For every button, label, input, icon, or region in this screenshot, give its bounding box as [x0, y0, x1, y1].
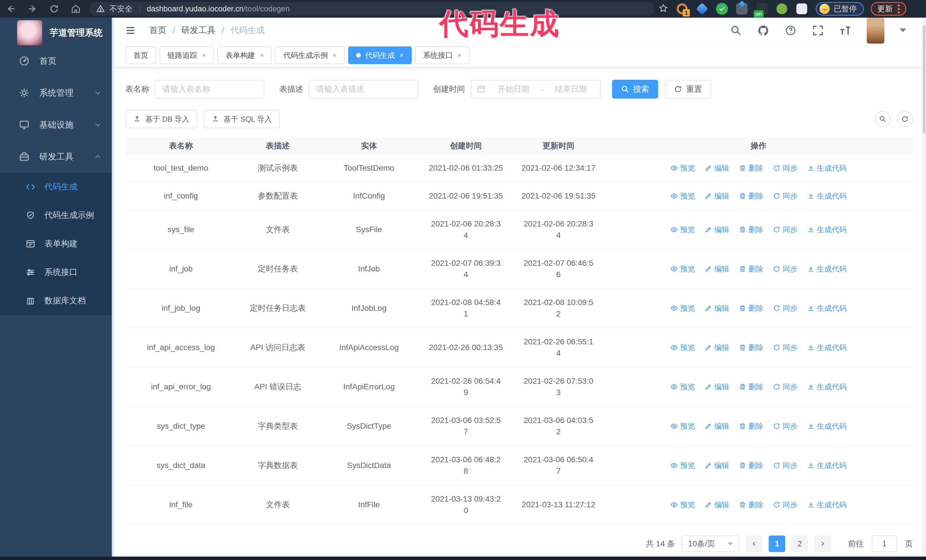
- sync-link[interactable]: 同步: [773, 342, 797, 353]
- search-button[interactable]: 搜索: [612, 80, 658, 98]
- tab[interactable]: 代码生成 ×: [348, 47, 412, 64]
- tab[interactable]: 链路追踪 ×: [160, 47, 214, 64]
- preview-link[interactable]: 预览: [670, 460, 695, 471]
- submenu-item-db-doc[interactable]: 数据库文档: [0, 287, 112, 315]
- chevron-down-icon[interactable]: [900, 29, 906, 32]
- submenu-item-codegen-example[interactable]: 代码生成示例: [0, 201, 112, 229]
- browser-menu-icon[interactable]: [898, 5, 900, 14]
- page-size-select[interactable]: 10条/页: [681, 536, 740, 552]
- sidebar-item-system[interactable]: 系统管理: [0, 77, 112, 109]
- delete-link[interactable]: 删除: [739, 499, 763, 510]
- table-desc-input[interactable]: [309, 80, 418, 98]
- tab-close-icon[interactable]: ×: [260, 51, 264, 59]
- breadcrumb-devtools[interactable]: 研发工具: [181, 24, 215, 36]
- sync-link[interactable]: 同步: [773, 420, 797, 432]
- edit-link[interactable]: 编辑: [705, 224, 729, 235]
- page-number-button[interactable]: 1: [769, 536, 785, 552]
- edit-link[interactable]: 编辑: [705, 460, 729, 471]
- generate-code-link[interactable]: 生成代码: [807, 263, 846, 275]
- extension-puzzle-icon[interactable]: [795, 2, 808, 15]
- address-bar[interactable]: 不安全 dashboard.yudao.iocoder.cn/tool/code…: [89, 2, 654, 16]
- extension-gem-icon[interactable]: [696, 2, 709, 15]
- generate-code-link[interactable]: 生成代码: [807, 381, 846, 392]
- submenu-item-codegen[interactable]: 代码生成: [0, 173, 112, 201]
- fullscreen-icon[interactable]: [812, 24, 824, 36]
- hamburger-icon[interactable]: [124, 25, 137, 36]
- home-icon[interactable]: [71, 4, 81, 14]
- delete-link[interactable]: 删除: [739, 224, 763, 235]
- edit-link[interactable]: 编辑: [705, 302, 729, 314]
- sync-link[interactable]: 同步: [773, 190, 797, 202]
- generate-code-link[interactable]: 生成代码: [807, 302, 846, 314]
- preview-link[interactable]: 预览: [670, 224, 695, 235]
- sync-link[interactable]: 同步: [773, 263, 797, 275]
- edit-link[interactable]: 编辑: [705, 499, 729, 510]
- prev-page-button[interactable]: [746, 536, 763, 552]
- bookmark-star-icon[interactable]: [658, 3, 668, 14]
- table-name-input[interactable]: [155, 80, 265, 98]
- delete-link[interactable]: 删除: [739, 263, 763, 275]
- tab-close-icon[interactable]: ×: [332, 51, 336, 59]
- edit-link[interactable]: 编辑: [705, 263, 729, 275]
- sidebar-item-home[interactable]: 首页: [0, 45, 112, 77]
- logo-row[interactable]: 芋道管理系统: [0, 18, 112, 45]
- paused-badge[interactable]: 已暂停: [816, 2, 864, 16]
- delete-link[interactable]: 删除: [739, 302, 763, 314]
- generate-code-link[interactable]: 生成代码: [807, 224, 846, 235]
- delete-link[interactable]: 删除: [739, 460, 763, 471]
- next-page-button[interactable]: [814, 536, 831, 552]
- github-icon[interactable]: [757, 24, 769, 36]
- extension-grid-icon[interactable]: [735, 2, 749, 15]
- preview-link[interactable]: 预览: [670, 190, 695, 202]
- sidebar-item-infra[interactable]: 基础设施: [0, 109, 112, 141]
- tab[interactable]: 代码生成示例 ×: [275, 47, 345, 64]
- generate-code-link[interactable]: 生成代码: [807, 420, 846, 432]
- date-range-picker[interactable]: 开始日期 - 结束日期: [471, 80, 601, 98]
- generate-code-link[interactable]: 生成代码: [807, 162, 846, 174]
- generate-code-link[interactable]: 生成代码: [807, 190, 846, 202]
- sync-link[interactable]: 同步: [773, 499, 797, 510]
- delete-link[interactable]: 删除: [739, 342, 763, 353]
- extension-on-icon[interactable]: on: [755, 2, 769, 15]
- sidebar-item-devtools[interactable]: 研发工具: [0, 141, 112, 173]
- delete-link[interactable]: 删除: [739, 381, 763, 392]
- generate-code-link[interactable]: 生成代码: [807, 499, 846, 510]
- import-sql-button[interactable]: 基于 SQL 导入: [204, 110, 280, 128]
- preview-link[interactable]: 预览: [670, 381, 695, 392]
- edit-link[interactable]: 编辑: [705, 381, 729, 392]
- extension-circle-icon[interactable]: 1: [676, 2, 688, 15]
- extension-bug-icon[interactable]: [775, 2, 788, 15]
- preview-link[interactable]: 预览: [670, 263, 695, 275]
- import-db-button[interactable]: 基于 DB 导入: [126, 110, 197, 128]
- tab-close-icon[interactable]: ×: [202, 51, 206, 59]
- delete-link[interactable]: 删除: [739, 420, 763, 432]
- sync-link[interactable]: 同步: [773, 460, 797, 471]
- avatar[interactable]: [867, 17, 884, 44]
- refresh-table-button[interactable]: [897, 111, 913, 127]
- submenu-item-form-builder[interactable]: 表单构建: [0, 229, 112, 258]
- back-icon[interactable]: [6, 4, 16, 14]
- preview-link[interactable]: 预览: [670, 342, 695, 353]
- page-number-button[interactable]: 2: [791, 536, 808, 552]
- delete-link[interactable]: 删除: [739, 162, 763, 174]
- tab[interactable]: 首页 ×: [126, 47, 156, 64]
- search-icon[interactable]: [730, 24, 742, 36]
- preview-link[interactable]: 预览: [670, 162, 695, 174]
- preview-link[interactable]: 预览: [670, 302, 695, 314]
- breadcrumb-home[interactable]: 首页: [149, 24, 166, 36]
- delete-link[interactable]: 删除: [739, 190, 763, 202]
- submenu-item-system-api[interactable]: 系统接口: [0, 258, 112, 287]
- sync-link[interactable]: 同步: [773, 162, 797, 174]
- generate-code-link[interactable]: 生成代码: [807, 342, 846, 353]
- tab-close-icon[interactable]: ×: [399, 51, 404, 59]
- tab[interactable]: 表单构建 ×: [217, 47, 272, 64]
- preview-link[interactable]: 预览: [670, 499, 695, 510]
- sync-link[interactable]: 同步: [773, 224, 797, 235]
- page-scrollbar[interactable]: [922, 18, 926, 557]
- font-size-icon[interactable]: [840, 24, 851, 36]
- edit-link[interactable]: 编辑: [705, 342, 729, 353]
- help-icon[interactable]: [785, 24, 797, 36]
- tab[interactable]: 系统接口 ×: [415, 47, 469, 64]
- sync-link[interactable]: 同步: [773, 381, 797, 392]
- extension-check-icon[interactable]: [716, 2, 729, 15]
